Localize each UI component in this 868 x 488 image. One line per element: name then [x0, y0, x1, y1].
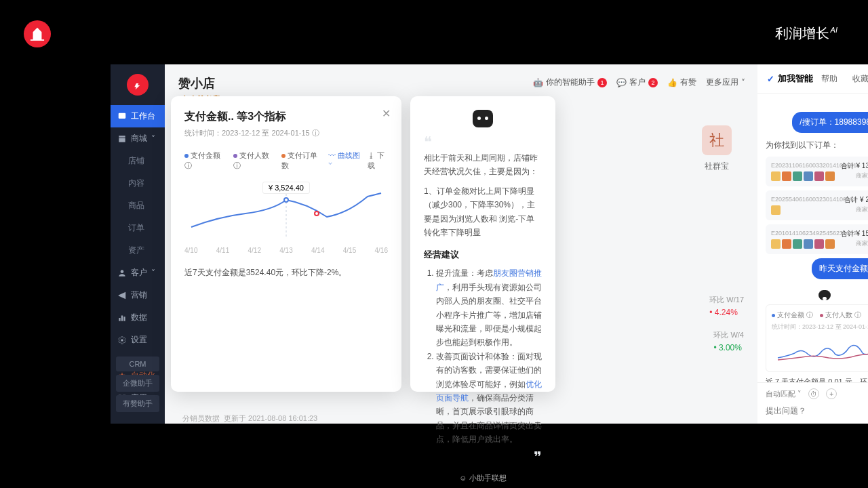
bot-icon — [473, 110, 493, 127]
brand-text: 利润增长AI — [775, 24, 837, 43]
top-like[interactable]: 👍 有赞 — [667, 77, 696, 88]
top-more[interactable]: 更多应用 ˅ — [706, 77, 745, 88]
advice-item-2: 改善页面设计和体验：面对现有的访客数，需要保证他们的浏览体验尽可能好，例如优化页… — [436, 350, 542, 447]
analysis-intro: 相比于前天和上周同期，店铺昨天经营状况欠佳，主要是因为： — [424, 151, 542, 179]
nav-assets[interactable]: 资产 — [111, 239, 165, 262]
tool-clock-icon[interactable]: ⏱ — [808, 388, 819, 399]
user-query-2: 昨天支付金额多少 — [812, 258, 868, 279]
chart-xaxis: 4/104/114/124/134/144/154/16 — [184, 247, 388, 254]
kpi-2: 环比 W/4• 3.00% — [713, 330, 744, 352]
advice-modal: ❝ 相比于前天和上周同期，店铺昨天经营状况欠佳，主要是因为： 1、订单金额对比上… — [410, 96, 555, 392]
line-chart: ¥ 3,524.40 — [184, 176, 388, 244]
analysis-reason: 1、订单金额对比上周下降明显（减少300，下降率30%），主要是因为浏览人数和 … — [424, 184, 542, 240]
chat-input[interactable] — [766, 406, 868, 415]
chart-type-toggle[interactable]: 〰 曲线图 ˅ — [328, 150, 360, 171]
bottom-crm[interactable]: CRM — [116, 357, 159, 371]
nav-customer[interactable]: 客户 ˅ — [111, 262, 165, 284]
advice-item-1: 提升流量：考虑朋友圈营销推广，利用手头现有资源如公司内部人员的朋友圈、社交平台小… — [436, 266, 542, 349]
order-card[interactable]: E201014106234925456231102合计 ¥ 1529.00商家已… — [766, 224, 868, 254]
svg-point-5 — [121, 339, 123, 342]
nav-marketing[interactable]: 营销 — [111, 284, 165, 306]
chart-peak-label: ¥ 3,524.40 — [262, 182, 310, 194]
close-icon[interactable]: ✕ — [382, 107, 391, 120]
panel-title: ✓加我智能 — [767, 73, 813, 85]
svg-rect-0 — [119, 113, 126, 118]
helper-link[interactable]: ☺ 小助手联想 — [424, 473, 542, 483]
distributor-section: 分销员数据更新于 2021-08-08 16:01:23 — [178, 412, 317, 424]
legend-people[interactable]: 支付人数 ⓘ — [233, 150, 273, 171]
chart-summary: 近7天支付金额是3524.40元，环比下降-2%。 — [184, 266, 388, 279]
download-button[interactable]: ⭳ 下载 — [368, 150, 388, 171]
order-card[interactable]: E202311061600332014106181合计 ¥ 1321.00商家已… — [766, 157, 868, 186]
mini-chart: 支付金额 ⓘ支付人数 ⓘ 统计时间：2023-12-12 至 2024-01-1… — [766, 304, 868, 372]
nav-content[interactable]: 内容 — [111, 172, 165, 195]
order-card[interactable]: E202554061600323014106112合计 ¥ 256.00商家已发… — [766, 190, 868, 220]
timestamp: 11:32 — [766, 100, 868, 108]
svg-rect-3 — [121, 315, 123, 321]
nav-settings[interactable]: 设置 — [111, 329, 165, 351]
panel-help[interactable]: 帮助 — [821, 73, 837, 85]
app-logo — [24, 20, 51, 47]
svg-point-11 — [284, 198, 288, 202]
left-sidebar: 工作台 商城 ˅ 店铺 内容 商品 订单 资产 客户 ˅ 营销 数据 设置 自动… — [111, 64, 165, 424]
mode-select[interactable]: 自动匹配 ˅ — [766, 389, 802, 399]
modal-date: 统计时间：2023-12-12 至 2024-01-15 ⓘ — [184, 128, 388, 138]
panel-fav[interactable]: 收藏 — [852, 73, 868, 85]
top-customer[interactable]: 💬 客户 2 — [616, 77, 658, 88]
nav-goods[interactable]: 商品 — [111, 195, 165, 217]
legend-amount[interactable]: 支付金额 ⓘ — [184, 150, 224, 171]
nav-orders[interactable]: 订单 — [111, 217, 165, 239]
svg-rect-4 — [123, 317, 125, 321]
ai-reply-1: 为你找到以下订单： — [766, 140, 868, 151]
sidebar-logo — [127, 74, 149, 96]
bot-icon-small — [818, 290, 831, 300]
svg-point-12 — [315, 211, 319, 216]
social-icon: 社 — [702, 125, 732, 155]
nav-workbench[interactable]: 工作台 — [111, 105, 165, 127]
metrics-modal: ✕ 支付金额.. 等3个指标 统计时间：2023-12-12 至 2024-01… — [171, 96, 401, 392]
ai-panel: ✓加我智能 帮助 收藏 ✕ 11:32 /搜订单：18988398749 为你找… — [757, 64, 868, 424]
user-query-1: /搜订单：18988398749 — [792, 112, 868, 133]
svg-rect-2 — [119, 318, 120, 321]
tool-add-icon[interactable]: + — [826, 388, 837, 399]
app-social[interactable]: 社 社群宝 — [690, 125, 744, 172]
modal-title: 支付金额.. 等3个指标 — [184, 110, 388, 124]
nav-shop[interactable]: 店铺 — [111, 150, 165, 172]
svg-point-1 — [121, 270, 124, 273]
bottom-qw[interactable]: 企微助手 — [116, 375, 159, 392]
kpi-1: 环比 W/17• 4.24% — [709, 295, 744, 317]
mini-summary: 近 7 天支付金额是 0.01 元，环比下降 2%。 — [766, 376, 868, 382]
quote-open-icon: ❝ — [424, 138, 542, 146]
nav-data[interactable]: 数据 — [111, 306, 165, 329]
bottom-yz[interactable]: 有赞助手 — [116, 395, 159, 412]
advice-heading: 经营建议 — [424, 247, 542, 262]
quote-close-icon: ❞ — [424, 453, 542, 461]
legend-orders[interactable]: 支付订单数 — [281, 150, 319, 171]
top-assistant[interactable]: 🤖 你的智能助手 1 — [533, 77, 607, 88]
nav-mall[interactable]: 商城 ˅ — [111, 127, 165, 150]
